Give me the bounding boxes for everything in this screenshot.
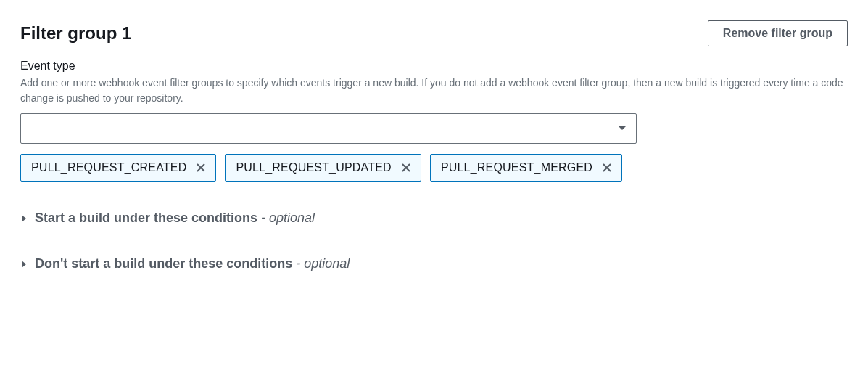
caret-right-icon xyxy=(20,214,28,223)
token-dismiss-button[interactable] xyxy=(399,160,413,175)
close-icon xyxy=(195,162,207,174)
event-type-select[interactable] xyxy=(20,113,637,144)
dont-start-conditions-label: Don't start a build under these conditio… xyxy=(35,256,350,272)
token-pull-request-merged: PULL_REQUEST_MERGED xyxy=(430,154,622,182)
dont-start-conditions-expander[interactable]: Don't start a build under these conditio… xyxy=(20,256,848,272)
token-dismiss-button[interactable] xyxy=(194,160,208,175)
start-conditions-label: Start a build under these conditions - o… xyxy=(35,211,315,226)
selected-tokens: PULL_REQUEST_CREATED PULL_REQUEST_UPDATE… xyxy=(20,154,848,182)
token-dismiss-button[interactable] xyxy=(600,160,614,175)
token-pull-request-created: PULL_REQUEST_CREATED xyxy=(20,154,216,182)
close-icon xyxy=(601,162,613,174)
token-label: PULL_REQUEST_MERGED xyxy=(441,161,592,174)
remove-filter-group-button[interactable]: Remove filter group xyxy=(708,20,848,46)
token-label: PULL_REQUEST_CREATED xyxy=(31,161,186,174)
caret-right-icon xyxy=(20,260,28,269)
event-type-description: Add one or more webhook event filter gro… xyxy=(20,76,848,106)
start-conditions-expander[interactable]: Start a build under these conditions - o… xyxy=(20,211,848,226)
filter-group-title: Filter group 1 xyxy=(20,23,131,44)
event-type-label: Event type xyxy=(20,60,848,73)
close-icon xyxy=(400,162,412,174)
token-label: PULL_REQUEST_UPDATED xyxy=(236,161,391,174)
token-pull-request-updated: PULL_REQUEST_UPDATED xyxy=(225,154,421,182)
